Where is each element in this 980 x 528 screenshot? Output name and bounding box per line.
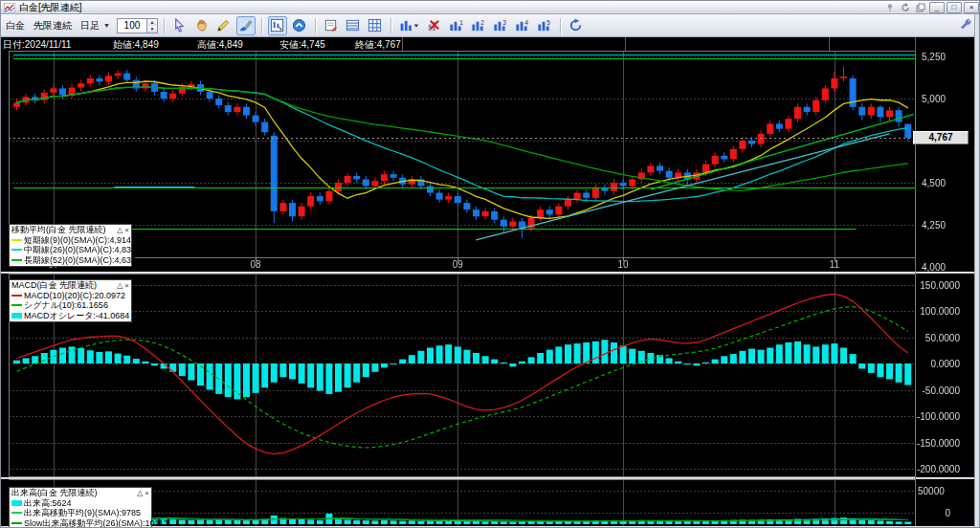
remove-indicator-button[interactable] [425,16,444,35]
macd-legend-title: MACD(白金 先限連続) [11,280,115,291]
toolbar-separator [261,18,262,33]
legend-row: MACD(10)(20)(C):20.0972 [11,291,129,301]
price-axis-label: 4,000 [922,262,946,273]
price-axis-label: 4,500 [922,178,946,188]
chart-canvas[interactable] [1,51,974,528]
bar-count-input[interactable]: 100 [118,20,146,31]
info-bar-divider [829,37,830,51]
bar-count-spinner[interactable]: 100 ▲▼ [117,18,158,33]
scroll-latest-button[interactable] [290,16,309,35]
legend-row: 短期線(9)(0)(SMA)(C):4,914 [11,235,129,246]
price-axis-label: 4,250 [922,220,946,231]
legend-row: MACDオシレータ:-41.0684 [11,311,129,321]
svg-text:1: 1 [460,19,464,26]
chart-5-button[interactable]: 5 [535,16,554,35]
info-bar-divider [402,37,403,51]
ma-legend: 移動平均(白金 先限連続)△× 短期線(9)(0)(SMA)(C):4,914中… [9,224,132,267]
minimize-button[interactable]: _ [929,2,945,13]
brush-tool-button[interactable] [236,16,256,35]
legend-row: 長期線(52)(0)(SMA)(C):4,635 [11,255,129,266]
refresh-icon[interactable] [899,2,912,12]
crosshair-chart-button[interactable] [268,16,287,35]
macd-axis-label: -50.0000 [910,385,960,396]
macd-axis-label: -100.0000 [910,411,960,422]
legend-color-mark [11,512,22,514]
title-bar: 白金[先限連続] _ □ × [1,1,980,14]
chart-2-button[interactable]: 2 [469,16,488,35]
spin-down-icon[interactable]: ▼ [147,26,157,33]
maximize-button[interactable]: □ [947,2,962,13]
legend-row: 出来高:5624 [11,498,149,509]
pin-icon[interactable] [883,2,897,12]
info-open: 始値:4,849 [113,38,159,52]
close-button[interactable]: × [964,2,979,13]
date-axis-label: 10 [614,259,632,270]
spin-up-icon[interactable]: ▲ [147,19,157,26]
collapse-button[interactable]: △ [117,226,122,234]
info-low: 安値:4,745 [279,38,325,52]
chart-type-button[interactable] [397,16,422,35]
macd-axis-label: -200.0000 [910,464,960,474]
macd-legend: MACD(白金 先限連続)△× MACD(10)(20)(C):20.0972シ… [9,279,132,322]
info-bar-divider [915,37,916,51]
reload-button[interactable] [567,16,586,35]
interval-caret-icon[interactable]: ▼ [103,22,110,29]
volume-axis-label: 0 [914,508,950,518]
legend-row: Slow出来高移動平均(26)(SMA):10113 [11,518,149,528]
date-axis-label: 08 [247,259,264,270]
legend-row: 中期線(26)(0)(SMA)(C):4,836 [11,245,129,255]
settings-wrench-icon[interactable] [959,16,971,33]
macd-axis-label: 0.0000 [910,359,960,369]
macd-axis-label: 150.0000 [910,280,960,291]
legend-color-mark [11,259,22,261]
date-axis-label: 09 [449,259,466,270]
legend-row: シグナル(10):61.1656 [11,300,129,311]
instrument-label[interactable]: 白金 [6,19,25,33]
info-close: 終値:4,767 [355,38,401,52]
chart-3-button[interactable]: 3 [491,16,510,35]
app-chart-icon [4,3,15,12]
contract-label[interactable]: 先限連続 [33,19,72,33]
legend-row-label: MACDオシレータ:-41.0684 [24,311,129,321]
pointer-tool-button[interactable] [170,16,189,35]
volume-axis-label: 50000 [918,486,945,496]
info-bar: 日付:2024/11/11 始値:4,849 高値:4,849 安値:4,745… [1,37,980,51]
volume-legend: 出来高(白金 先限連続)△× 出来高:5624出来高移動平均(9)(SMA):9… [9,487,152,528]
legend-color-mark [11,249,22,251]
toolbar-separator [390,18,391,33]
chart-4-button[interactable]: 4 [513,16,532,35]
memo-button[interactable] [322,16,341,35]
macd-axis-label: 100.0000 [910,306,960,317]
pencil-tool-button[interactable] [214,16,234,35]
close-legend-button[interactable]: × [124,281,129,290]
popout-icon[interactable] [914,2,927,12]
legend-color-mark [11,500,22,506]
grid-view-button[interactable] [366,16,385,35]
legend-row-label: 出来高:5624 [24,498,72,509]
collapse-button[interactable]: △ [137,489,143,497]
ma-legend-title: 移動平均(白金 先限連続) [11,225,115,235]
svg-text:4: 4 [525,19,529,26]
collapse-button[interactable]: △ [117,281,122,290]
spinner-arrows[interactable]: ▲▼ [146,19,157,33]
pan-hand-tool-button[interactable] [192,16,212,35]
legend-row-label: MACD(10)(20)(C):20.0972 [24,291,125,301]
legend-row-label: 短期線(9)(0)(SMA)(C):4,914 [24,235,131,246]
date-axis-label: 11 [826,259,843,270]
legend-row-label: シグナル(10):61.1656 [24,300,108,311]
info-high: 高値:4,849 [197,38,243,52]
legend-row-label: 中期線(26)(0)(SMA)(C):4,836 [24,245,136,255]
chart-1-button[interactable]: 1 [447,16,466,35]
info-bar-divider [625,37,626,51]
close-legend-button[interactable]: × [145,489,149,497]
legend-color-mark [11,239,22,241]
toolbar-separator [315,18,316,33]
window-title: 白金[先限連続] [19,1,82,14]
chart-window: 白金[先限連続] _ □ × 白金 先限連続 日足 ▼ 100 ▲▼ [0,0,980,528]
macd-axis-label: -150.0000 [910,438,960,449]
list-view-button[interactable] [344,16,363,35]
window-right-frame [974,14,980,528]
info-date: 日付:2024/11/11 [3,38,71,52]
interval-select[interactable]: 日足 [80,19,100,33]
close-legend-button[interactable]: × [124,226,129,234]
